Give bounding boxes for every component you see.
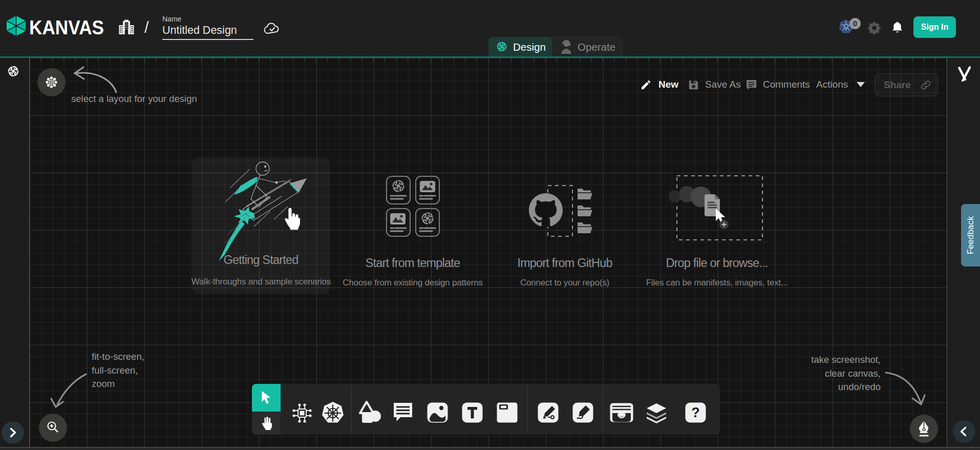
svg-text:?: ?	[691, 405, 700, 420]
